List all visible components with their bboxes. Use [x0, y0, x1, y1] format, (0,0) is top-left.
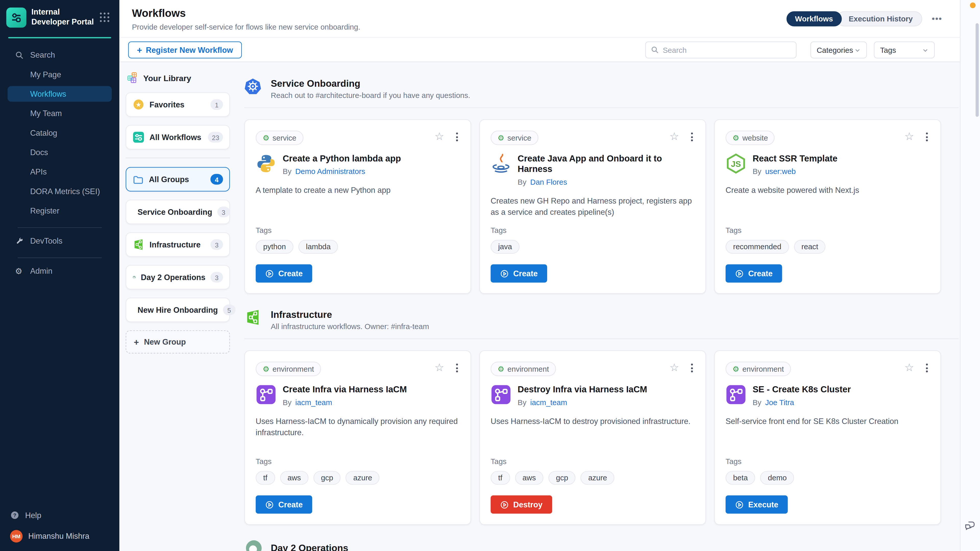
- sidebar-item-admin[interactable]: ⚙ Admin: [8, 263, 112, 279]
- notification-dot: [970, 3, 976, 8]
- tab-execution-history[interactable]: Execution History: [837, 11, 922, 26]
- register-label: Register New Workflow: [146, 45, 233, 54]
- count-badge: 1: [210, 99, 223, 110]
- card-menu-icon[interactable]: [690, 131, 694, 142]
- sidebar-item-help[interactable]: ? Help: [8, 507, 112, 524]
- new-group-button[interactable]: + New Group: [126, 330, 230, 354]
- favorite-star-icon[interactable]: ☆: [434, 130, 444, 143]
- card-description: Uses Harness-IaCM to destroy provisioned…: [490, 416, 695, 427]
- sidebar-item-docs[interactable]: Docs: [8, 144, 112, 160]
- tab-workflows[interactable]: Workflows: [786, 11, 842, 26]
- owner-link[interactable]: Dan Flores: [530, 178, 567, 186]
- tag-row: java: [490, 240, 695, 254]
- card-menu-icon[interactable]: [455, 131, 459, 142]
- owner-link[interactable]: Joe Titra: [765, 398, 794, 407]
- search-icon: [15, 51, 24, 59]
- create-button[interactable]: Create: [725, 264, 782, 283]
- type-badge: ⚙environment: [490, 362, 556, 376]
- sidebar-header: Internal Developer Portal: [0, 0, 119, 33]
- chat-icon[interactable]: [964, 520, 975, 534]
- tag-row: tf aws gcp azure: [490, 471, 695, 485]
- help-icon: ?: [10, 510, 19, 520]
- tags-label: Tags: [256, 457, 460, 466]
- section-subtitle: Reach out to #architecture-board if you …: [271, 91, 959, 100]
- library-group-all-workflows[interactable]: All Workflows 23: [126, 125, 230, 149]
- card-menu-icon[interactable]: [690, 362, 694, 373]
- create-button[interactable]: Create: [490, 264, 547, 283]
- sidebar-item-label: DORA Metrics (SEI): [30, 187, 100, 196]
- tag-pill: gcp: [313, 471, 341, 485]
- gear-icon: ⚙: [732, 134, 739, 142]
- sidebar-item-devtools[interactable]: DevTools: [8, 233, 112, 249]
- count-badge: 3: [217, 206, 230, 218]
- card-menu-icon[interactable]: [924, 362, 929, 373]
- tag-row: recommended react: [725, 240, 930, 254]
- workflow-sections: Service Onboarding Reach out to #archite…: [243, 62, 960, 551]
- card-title: React SSR Template: [752, 153, 838, 164]
- sidebar-item-register[interactable]: Register: [8, 203, 112, 219]
- workflow-logo-icon: [10, 11, 22, 24]
- sidebar-item-search[interactable]: Search: [8, 47, 112, 63]
- app-title: Internal Developer Portal: [32, 8, 94, 27]
- user-menu[interactable]: HM Himanshu Mishra: [8, 524, 112, 543]
- workflow-card-python-lambda: ⚙service ☆ Create a Python lambda app By…: [245, 119, 471, 294]
- svg-text:JS: JS: [731, 159, 741, 168]
- sidebar-item-apis[interactable]: APIs: [8, 164, 112, 180]
- library-group-favorites[interactable]: ★ Favorites 1: [126, 92, 230, 117]
- count-badge: 23: [208, 132, 223, 143]
- favorite-star-icon[interactable]: ☆: [670, 361, 679, 374]
- sidebar-item-catalog[interactable]: Catalog: [8, 125, 112, 141]
- tags-label: Tags: [490, 457, 695, 466]
- search-input[interactable]: [663, 45, 791, 54]
- tags-dropdown[interactable]: Tags: [874, 41, 935, 58]
- apps-grid-icon[interactable]: [100, 13, 109, 22]
- card-menu-icon[interactable]: [924, 131, 929, 142]
- type-badge: ⚙service: [256, 130, 304, 145]
- library-title: Your Library: [143, 73, 191, 83]
- plus-icon: +: [134, 337, 139, 347]
- owner-link[interactable]: iacm_team: [295, 398, 332, 407]
- chevron-down-icon: [922, 47, 928, 53]
- sidebar-item-label: Admin: [30, 267, 52, 275]
- create-button[interactable]: Create: [256, 264, 312, 283]
- owner-link[interactable]: iacm_team: [530, 398, 567, 407]
- library-group-service-onboarding[interactable]: Service Onboarding 3: [126, 200, 230, 224]
- card-title: Create Java App and Onboard it to Harnes…: [517, 153, 695, 175]
- play-icon: [265, 500, 274, 509]
- execute-button[interactable]: Execute: [725, 495, 788, 513]
- library-group-infrastructure[interactable]: Infrastructure 3: [126, 232, 230, 257]
- favorite-star-icon[interactable]: ☆: [904, 361, 914, 374]
- categories-dropdown[interactable]: Categories: [810, 41, 867, 58]
- new-group-label: New Group: [144, 338, 186, 346]
- page-header: Workflows Provide developer self-service…: [119, 0, 960, 38]
- tag-pill: tf: [256, 471, 275, 485]
- sidebar-item-workflows[interactable]: Workflows: [8, 86, 112, 102]
- library-group-new-hire-onboarding[interactable]: New Hire Onboarding 5: [126, 298, 230, 322]
- library-group-day2-operations[interactable]: Day 2 Operations 3: [126, 265, 230, 289]
- sidebar-item-my-page[interactable]: My Page: [8, 67, 112, 83]
- tag-row: tf aws gcp azure: [256, 471, 460, 485]
- java-icon: [490, 153, 511, 174]
- count-badge: 3: [210, 272, 223, 283]
- create-button[interactable]: Create: [256, 495, 312, 513]
- group-label: Day 2 Operations: [141, 273, 205, 282]
- sidebar-footer: ? Help HM Himanshu Mishra: [0, 507, 119, 551]
- library-group-all-groups[interactable]: All Groups 4: [126, 167, 230, 192]
- app-logo: [6, 8, 27, 28]
- card-menu-icon[interactable]: [455, 362, 459, 373]
- sidebar-item-my-team[interactable]: My Team: [8, 106, 112, 121]
- scrollbar-thumb[interactable]: [976, 23, 979, 117]
- workflow-card-java-app: ⚙service ☆ Create Java App and Onboard i…: [479, 119, 706, 294]
- tag-pill: azure: [346, 471, 380, 485]
- favorite-star-icon[interactable]: ☆: [670, 130, 679, 143]
- register-new-workflow-button[interactable]: + Register New Workflow: [128, 41, 242, 58]
- owner-link[interactable]: user:web: [765, 167, 796, 176]
- sidebar-item-label: My Page: [30, 70, 61, 79]
- favorite-star-icon[interactable]: ☆: [434, 361, 444, 374]
- favorite-star-icon[interactable]: ☆: [904, 130, 914, 143]
- destroy-button[interactable]: Destroy: [490, 495, 552, 513]
- workflow-card-react-ssr: ⚙website ☆ JS React SSR Template Byuser:…: [714, 119, 941, 294]
- more-options-icon[interactable]: •••: [932, 14, 942, 23]
- owner-link[interactable]: Demo Administrators: [295, 167, 365, 176]
- sidebar-item-dora-metrics[interactable]: DORA Metrics (SEI): [8, 183, 112, 199]
